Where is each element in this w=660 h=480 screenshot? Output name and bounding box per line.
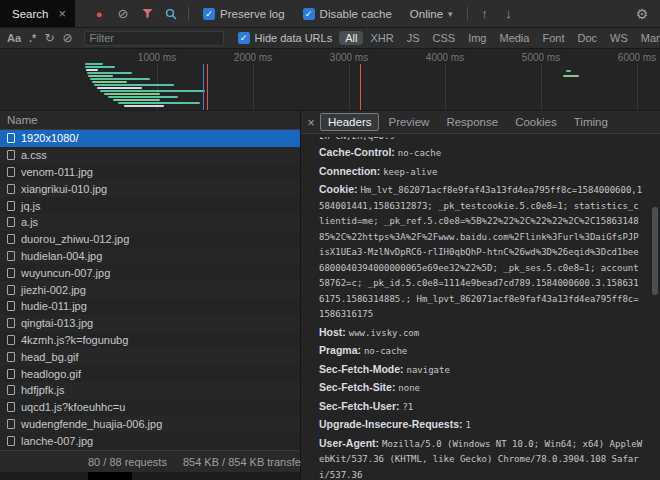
tab-cookies[interactable]: Cookies xyxy=(507,113,565,131)
search-icon[interactable] xyxy=(159,3,183,25)
file-icon xyxy=(7,150,15,160)
disable-cache-toggle[interactable]: Disable cache xyxy=(303,8,392,20)
header-name: Sec-Fetch-User: xyxy=(319,400,402,412)
timeline-gridline xyxy=(637,64,638,110)
request-row[interactable]: uqcd1.js?kfoeuhhc=u xyxy=(0,399,300,416)
throttling-select[interactable]: Online ▾ xyxy=(410,8,453,20)
close-details-icon[interactable]: × xyxy=(303,115,319,130)
filter-pill-xhr[interactable]: XHR xyxy=(364,31,399,45)
request-row[interactable]: xiangrikui-010.jpg xyxy=(0,180,300,197)
request-row[interactable]: a.css xyxy=(0,147,300,164)
filter-pill-all[interactable]: All xyxy=(339,31,363,45)
header-value: 1 xyxy=(465,420,470,430)
request-row[interactable]: venom-011.jpg xyxy=(0,164,300,181)
request-row[interactable]: lanche-007.jpg xyxy=(0,432,300,449)
details-tab-bar: × HeadersPreviewResponseCookiesTiming xyxy=(301,111,660,134)
request-row[interactable]: jq.js xyxy=(0,197,300,214)
request-row[interactable]: wuyuncun-007.jpg xyxy=(0,264,300,281)
request-row[interactable]: qingtai-013.jpg xyxy=(0,315,300,332)
file-icon xyxy=(7,217,15,227)
header-entry: Sec-Fetch-Mode: navigate xyxy=(319,362,644,379)
requests-pane: Name 1920x1080/a.cssvenom-011.jpgxiangri… xyxy=(0,111,301,480)
request-row[interactable]: 4kzmh.js?k=fogunubg xyxy=(0,332,300,349)
request-row[interactable]: duorou_zhiwu-012.jpg xyxy=(0,231,300,248)
header-value: www.ivsky.com xyxy=(349,328,419,338)
request-row[interactable]: 1920x1080/ xyxy=(0,130,300,147)
domcontentloaded-event-line xyxy=(203,64,204,110)
file-icon xyxy=(7,251,15,261)
tab-response[interactable]: Response xyxy=(438,113,506,131)
file-icon xyxy=(7,402,15,412)
request-name: hudie-011.jpg xyxy=(21,300,87,312)
request-row[interactable]: hudielan-004.jpg xyxy=(0,248,300,265)
timeline-tick-label: 3000 ms xyxy=(330,52,368,63)
name-column-header[interactable]: Name xyxy=(0,111,300,130)
network-overview-timeline[interactable]: 1000 ms2000 ms3000 ms4000 ms5000 ms6000 … xyxy=(0,49,660,111)
clear-search-icon[interactable]: ⊘ xyxy=(62,31,72,45)
filter-pill-css[interactable]: CSS xyxy=(427,31,462,45)
import-har-icon[interactable]: ↑ xyxy=(473,3,497,25)
refresh-icon[interactable]: ↻ xyxy=(44,31,54,45)
preserve-log-toggle[interactable]: Preserve log xyxy=(203,8,285,20)
file-icon xyxy=(7,436,15,446)
header-name: Sec-Fetch-Mode: xyxy=(319,363,407,375)
filter-funnel-icon[interactable] xyxy=(135,3,159,25)
filter-pill-img[interactable]: Img xyxy=(462,31,492,45)
search-tab-close-icon[interactable]: × xyxy=(58,6,66,21)
waterfall-bar xyxy=(86,69,98,71)
disable-cache-checkbox[interactable] xyxy=(303,8,315,20)
regex-icon[interactable]: .* xyxy=(29,32,36,44)
file-icon xyxy=(7,268,15,278)
export-har-icon[interactable]: ↓ xyxy=(497,3,521,25)
file-icon xyxy=(7,301,15,311)
request-name: qingtai-013.jpg xyxy=(21,317,93,329)
filter-input[interactable] xyxy=(84,31,224,46)
filter-pill-font[interactable]: Font xyxy=(536,31,570,45)
preserve-log-checkbox[interactable] xyxy=(203,8,215,20)
waterfall-bar xyxy=(88,75,113,77)
hide-data-urls-checkbox[interactable] xyxy=(238,32,250,44)
record-network-log-button[interactable]: ● xyxy=(87,3,111,25)
request-name: jq.js xyxy=(21,200,41,212)
request-row[interactable]: wudengfende_huajia-006.jpg xyxy=(0,416,300,433)
request-row[interactable]: a.js xyxy=(0,214,300,231)
filter-pill-media[interactable]: Media xyxy=(493,31,535,45)
filter-pill-doc[interactable]: Doc xyxy=(571,31,603,45)
request-row[interactable]: hudie-011.jpg xyxy=(0,298,300,315)
details-tabs: HeadersPreviewResponseCookiesTiming xyxy=(320,113,616,131)
request-name: uqcd1.js?kfoeuhhc=u xyxy=(21,401,125,413)
request-row[interactable]: jiezhi-002.jpg xyxy=(0,281,300,298)
request-row[interactable]: head_bg.gif xyxy=(0,348,300,365)
match-case-icon[interactable]: Aa xyxy=(7,32,21,44)
tab-headers[interactable]: Headers xyxy=(320,113,379,131)
tab-preview[interactable]: Preview xyxy=(380,113,437,131)
resource-type-filters: AllXHRJSCSSImgMediaFontDocWSManifestOthe… xyxy=(339,31,660,45)
filter-pill-js[interactable]: JS xyxy=(401,31,426,45)
request-row[interactable]: headlogo.gif xyxy=(0,365,300,382)
clear-network-log-icon[interactable]: ⊘ xyxy=(111,3,135,25)
load-event-line xyxy=(360,64,361,110)
details-scrollbar[interactable] xyxy=(651,135,659,479)
headers-panel: zh-CN,zh;q=0.9Cache-Control: no-cacheCon… xyxy=(301,134,660,480)
request-row[interactable]: hdfjpfk.js xyxy=(0,382,300,399)
waterfall-bar xyxy=(566,70,571,72)
settings-gear-icon[interactable]: ⚙ xyxy=(630,3,654,25)
waterfall-bar xyxy=(118,102,200,104)
file-icon xyxy=(7,385,15,395)
header-entry: Sec-Fetch-Site: none xyxy=(319,380,644,397)
header-name: Connection: xyxy=(319,165,383,177)
search-drawer-tab[interactable]: Search × xyxy=(0,0,75,27)
file-icon xyxy=(7,184,15,194)
filter-pill-ws[interactable]: WS xyxy=(604,31,634,45)
filter-pill-manifest[interactable]: Manifest xyxy=(635,31,660,45)
hide-data-urls-toggle[interactable]: Hide data URLs xyxy=(238,32,333,44)
devtools-window: Search × ● ⊘ Preserve log Disable cache … xyxy=(0,0,660,480)
tab-timing[interactable]: Timing xyxy=(566,113,616,131)
request-name: a.css xyxy=(21,149,47,161)
drawer-edge xyxy=(0,472,300,480)
timeline-tick-label: 4000 ms xyxy=(426,52,464,63)
scrollbar-thumb[interactable] xyxy=(652,207,658,295)
timeline-tick-label: 2000 ms xyxy=(234,52,272,63)
requests-count: 80 / 88 requests xyxy=(88,456,167,468)
preserve-log-label: Preserve log xyxy=(220,8,285,20)
